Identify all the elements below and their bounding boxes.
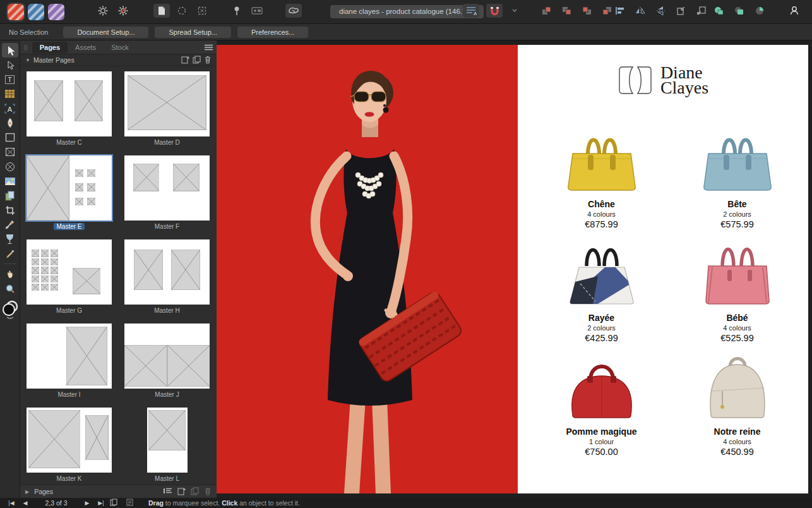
pin-icon[interactable]: [229, 4, 245, 18]
duplicate-master-icon[interactable]: [193, 56, 201, 65]
text-styles-icon[interactable]: A: [463, 4, 479, 18]
tab-assets[interactable]: Assets: [68, 42, 104, 53]
product-item[interactable]: Rayée2 colours€425.99: [543, 238, 660, 343]
arrange-backward-icon[interactable]: [578, 4, 595, 18]
master-page-item[interactable]: Master L: [124, 408, 210, 485]
chevron-down-icon[interactable]: [506, 4, 523, 18]
ellipse-picture-frame-tool[interactable]: [2, 159, 18, 174]
settings-gear-icon[interactable]: [95, 4, 111, 18]
table-tool[interactable]: [2, 87, 18, 101]
collapse-chevron-icon[interactable]: ▼: [25, 57, 30, 63]
rectangle-tool[interactable]: [2, 130, 18, 145]
master-page-thumbnail[interactable]: [147, 408, 188, 473]
spread-view-icon[interactable]: [110, 499, 117, 507]
persona-gear-icon[interactable]: [115, 4, 131, 18]
master-page-item[interactable]: Master C: [27, 71, 112, 155]
page-left-photo[interactable]: [217, 45, 518, 493]
toolbar-group-transform: [285, 4, 302, 18]
boolean-subtract-icon[interactable]: [731, 4, 748, 18]
master-page-thumbnail[interactable]: [27, 324, 112, 389]
colour-picker-tool[interactable]: [2, 246, 18, 261]
insert-inside-icon[interactable]: [673, 4, 690, 18]
previous-page-icon[interactable]: ◀: [20, 500, 30, 506]
master-page-thumbnail[interactable]: [27, 408, 112, 473]
spread-setup-button[interactable]: Spread Setup...: [155, 27, 230, 38]
master-page-thumbnail[interactable]: [27, 239, 112, 305]
master-page-thumbnail[interactable]: [27, 155, 112, 221]
asset-tool[interactable]: [2, 188, 18, 203]
preview-document-icon[interactable]: [153, 4, 170, 18]
last-page-icon[interactable]: ▶|: [96, 500, 106, 506]
publisher-persona-icon[interactable]: [8, 4, 24, 20]
master-page-item[interactable]: Master J: [124, 324, 210, 407]
panel-grip-icon[interactable]: ||: [24, 44, 28, 51]
add-master-icon[interactable]: [181, 56, 189, 65]
next-page-icon[interactable]: ▶: [82, 500, 92, 506]
master-page-item[interactable]: Master K: [27, 408, 112, 485]
account-icon[interactable]: [786, 4, 803, 18]
preferences-button[interactable]: Preferences...: [237, 27, 308, 38]
tab-stock[interactable]: Stock: [104, 42, 136, 53]
transform-mode-icon[interactable]: [285, 4, 302, 18]
master-page-thumbnail[interactable]: [124, 71, 210, 136]
flip-vertical-icon[interactable]: [653, 4, 669, 18]
arrange-to-front-icon[interactable]: [538, 4, 554, 18]
delete-page-icon[interactable]: [204, 487, 212, 497]
product-item[interactable]: Pomme magique1 colour€750.00: [543, 352, 660, 457]
boolean-divide-icon[interactable]: [751, 4, 768, 18]
master-pages-header[interactable]: ▼ Master Pages: [20, 54, 217, 66]
master-page-item[interactable]: Master E: [27, 155, 112, 239]
master-page-item[interactable]: Master F: [124, 155, 210, 239]
master-page-item[interactable]: Master D: [124, 71, 210, 155]
master-page-thumbnail[interactable]: [124, 155, 210, 221]
tab-pages[interactable]: Pages: [32, 42, 68, 53]
preview-circle-icon[interactable]: [174, 4, 190, 18]
photo-persona-icon[interactable]: [48, 4, 64, 20]
master-page-thumbnail[interactable]: [124, 324, 210, 389]
pen-tool[interactable]: [2, 116, 18, 130]
zoom-tool[interactable]: [2, 281, 18, 296]
document-canvas[interactable]: Diane Clayes Chêne4 colours€875.99 Bête2…: [217, 40, 812, 498]
frame-text-tool[interactable]: T: [2, 72, 18, 87]
master-page-item[interactable]: Master G: [27, 239, 112, 323]
product-item[interactable]: Notre reine4 colours€450.99: [679, 352, 796, 457]
arrange-forward-icon[interactable]: [558, 4, 575, 18]
node-tool[interactable]: [2, 57, 18, 72]
flip-horizontal-icon[interactable]: [633, 4, 649, 18]
master-page-thumbnail[interactable]: [27, 71, 112, 136]
colour-selector-well[interactable]: [1, 299, 19, 322]
master-page-item[interactable]: Master H: [124, 239, 210, 323]
designer-persona-icon[interactable]: [28, 4, 44, 20]
view-hand-tool[interactable]: [2, 267, 18, 281]
memory-card-icon[interactable]: [249, 4, 265, 18]
vector-brush-tool[interactable]: [2, 217, 18, 232]
crop-tool[interactable]: [2, 203, 18, 217]
move-tool[interactable]: [2, 43, 18, 57]
duplicate-page-icon[interactable]: [191, 487, 199, 497]
boolean-add-icon[interactable]: [711, 4, 727, 18]
page-right-catalogue[interactable]: Diane Clayes Chêne4 colours€875.99 Bête2…: [518, 45, 808, 493]
alignment-icon[interactable]: [612, 4, 629, 18]
place-image-tool[interactable]: [2, 174, 18, 188]
page-view-icon[interactable]: [126, 499, 133, 507]
first-page-icon[interactable]: |◀: [6, 500, 16, 506]
product-item[interactable]: Chêne4 colours€875.99: [543, 124, 660, 229]
pages-options-icon[interactable]: [164, 487, 172, 496]
artistic-text-tool[interactable]: A: [2, 101, 18, 116]
snapping-magnet-icon[interactable]: [486, 4, 503, 18]
transparency-tool[interactable]: [2, 232, 18, 246]
placeholder-frame: [32, 258, 39, 265]
product-item[interactable]: Bébé4 colours€525.99: [679, 238, 796, 343]
pages-section-header[interactable]: ▶ Pages: [20, 485, 217, 498]
document-setup-button[interactable]: Document Setup...: [63, 27, 148, 38]
delete-master-icon[interactable]: [204, 56, 212, 65]
add-page-icon[interactable]: [177, 487, 186, 497]
master-page-item[interactable]: Master I: [27, 324, 112, 407]
panel-menu-icon[interactable]: [205, 42, 213, 53]
rect-picture-frame-tool[interactable]: [2, 145, 18, 159]
master-page-thumbnail[interactable]: [124, 239, 210, 305]
expand-chevron-icon[interactable]: ▶: [25, 489, 29, 495]
insert-behind-icon[interactable]: [693, 4, 710, 18]
product-item[interactable]: Bête2 colours€575.99: [679, 124, 796, 229]
preview-frame-icon[interactable]: [194, 4, 210, 18]
